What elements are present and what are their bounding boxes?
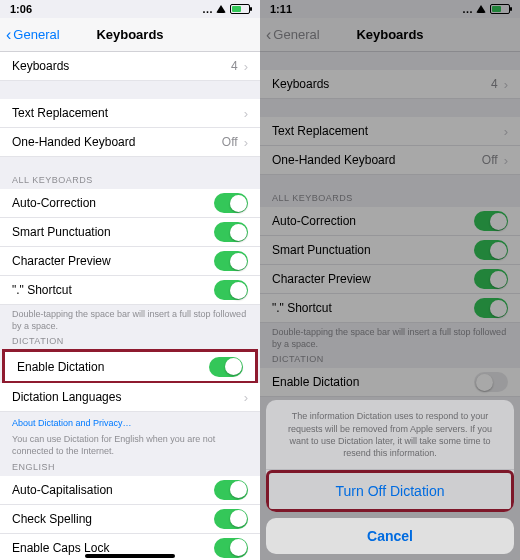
toggle-switch[interactable] (214, 280, 248, 300)
chevron-right-icon: › (244, 390, 248, 405)
nav-bar: ‹ General Keyboards (0, 18, 260, 52)
status-bar: 1:06 (0, 0, 260, 18)
chevron-right-icon: › (244, 106, 248, 121)
turn-off-dictation-button[interactable]: Turn Off Dictation (269, 473, 511, 509)
back-label: General (13, 27, 59, 42)
action-sheet-overlay[interactable]: The information Dictation uses to respon… (260, 0, 520, 560)
toggle-switch[interactable] (209, 357, 243, 377)
row-label: Enable Dictation (17, 360, 104, 374)
chevron-right-icon: › (244, 59, 248, 74)
action-sheet: The information Dictation uses to respon… (266, 400, 514, 512)
row-label: Auto-Correction (12, 196, 96, 210)
text-replacement-row[interactable]: Text Replacement › (0, 99, 260, 128)
about-dictation-link[interactable]: About Dictation and Privacy… (0, 412, 260, 430)
shortcut-row[interactable]: "." Shortcut (0, 276, 260, 305)
wifi-icon (216, 5, 226, 13)
right-screenshot: 1:11 ‹ General Keyboards Keyboards 4› Te… (260, 0, 520, 560)
dictation-languages-row[interactable]: Dictation Languages › (0, 383, 260, 412)
toggle-switch[interactable] (214, 509, 248, 529)
auto-capitalisation-row[interactable]: Auto-Capitalisation (0, 476, 260, 505)
row-label: One-Handed Keyboard (12, 135, 135, 149)
toggle-switch[interactable] (214, 251, 248, 271)
check-spelling-row[interactable]: Check Spelling (0, 505, 260, 534)
highlight-box: Enable Dictation (2, 349, 258, 384)
section-footer: Double-tapping the space bar will insert… (0, 305, 260, 336)
row-label: Auto-Capitalisation (12, 483, 113, 497)
nav-title: Keyboards (96, 27, 163, 42)
row-label: Enable Caps Lock (12, 541, 109, 555)
row-label: Dictation Languages (12, 390, 121, 404)
smart-punctuation-row[interactable]: Smart Punctuation (0, 218, 260, 247)
home-indicator[interactable] (85, 554, 175, 558)
left-screenshot: 1:06 ‹ General Keyboards Keyboards 4› Te… (0, 0, 260, 560)
back-button[interactable]: ‹ General (6, 27, 60, 43)
row-label: Text Replacement (12, 106, 108, 120)
cancel-button[interactable]: Cancel (266, 518, 514, 554)
highlight-box: Turn Off Dictation (266, 470, 514, 512)
toggle-switch[interactable] (214, 538, 248, 558)
toggle-switch[interactable] (214, 222, 248, 242)
row-label: "." Shortcut (12, 283, 72, 297)
status-time: 1:06 (10, 3, 32, 15)
row-value: Off (222, 135, 238, 149)
battery-icon (230, 4, 250, 14)
row-label: Smart Punctuation (12, 225, 111, 239)
character-preview-row[interactable]: Character Preview (0, 247, 260, 276)
toggle-switch[interactable] (214, 193, 248, 213)
section-header-dictation: DICTATION (0, 336, 260, 350)
toggle-switch[interactable] (214, 480, 248, 500)
row-label: Check Spelling (12, 512, 92, 526)
enable-dictation-row[interactable]: Enable Dictation (5, 352, 255, 381)
row-label: Keyboards (12, 59, 69, 73)
row-label: Character Preview (12, 254, 111, 268)
keyboards-row[interactable]: Keyboards 4› (0, 52, 260, 81)
section-header-all-keyboards: ALL KEYBOARDS (0, 175, 260, 189)
sheet-message: The information Dictation uses to respon… (266, 400, 514, 470)
section-footer: You can use Dictation for English when y… (0, 430, 260, 461)
chevron-left-icon: ‹ (6, 27, 11, 43)
row-value: 4 (231, 59, 238, 73)
chevron-right-icon: › (244, 135, 248, 150)
auto-correction-row[interactable]: Auto-Correction (0, 189, 260, 218)
section-header-english: ENGLISH (0, 462, 260, 476)
settings-list[interactable]: Keyboards 4› Text Replacement › One-Hand… (0, 52, 260, 560)
one-handed-row[interactable]: One-Handed Keyboard Off› (0, 128, 260, 157)
cellular-icon (202, 3, 212, 15)
